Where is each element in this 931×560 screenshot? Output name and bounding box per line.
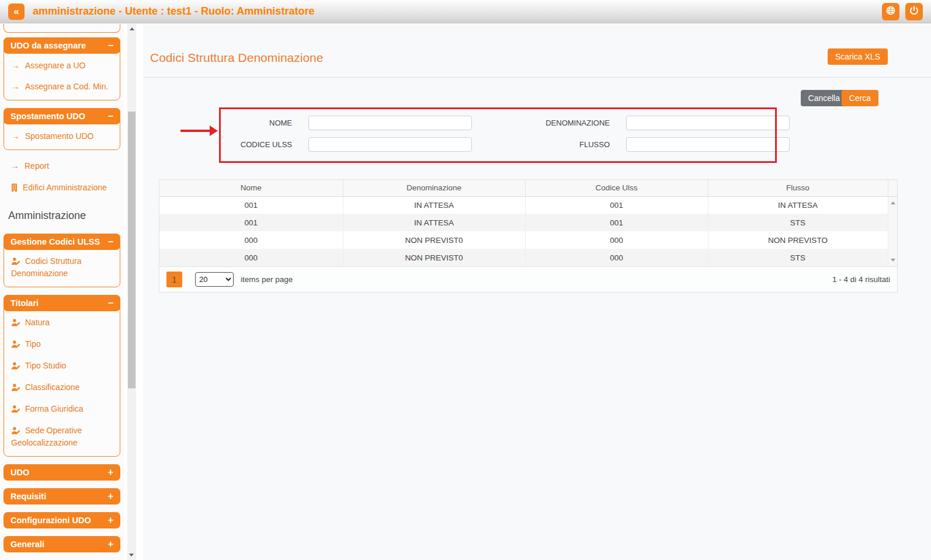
column-header-spacer: [888, 180, 897, 196]
column-header-denominazione[interactable]: Denominazione: [343, 180, 525, 196]
denominazione-label: DENOMINAZIONE: [488, 119, 610, 127]
scroll-up-icon[interactable]: [891, 201, 895, 204]
expand-plus-icon[interactable]: +: [108, 539, 113, 549]
sidebar-item-edifici-amministrazione[interactable]: Edifici Amministrazione: [4, 180, 120, 197]
sidebar-item-natura[interactable]: Natura: [4, 312, 120, 334]
sidebar-section-header-titolari[interactable]: Titolari −: [4, 295, 120, 311]
sidebar-section-header-spostamento-udo[interactable]: Spostamento UDO −: [4, 108, 120, 124]
page-header: Codici Struttura Denominazione Scarica X…: [143, 24, 931, 78]
power-icon: [909, 5, 919, 18]
flusso-input[interactable]: [626, 137, 790, 152]
scroll-down-icon[interactable]: [129, 554, 134, 556]
sidebar: UDO da assegnare − →Assegnare a UO →Asse…: [0, 24, 124, 560]
expand-plus-icon[interactable]: +: [108, 467, 113, 478]
sidebar-section-header-gestione-codici-ulss[interactable]: Gestione Codici ULSS −: [4, 234, 120, 250]
sidebar-section-spostamento-udo: Spostamento UDO − →Spostamento UDO: [4, 108, 120, 150]
sidebar-item-assegnare-a-uo[interactable]: →Assegnare a UO: [4, 55, 120, 76]
cell-codice-ulss: 001: [525, 196, 708, 214]
sidebar-section-generali: Generali +: [4, 536, 120, 552]
sidebar-item-codici-struttura-denominazione[interactable]: Codici Struttura Denominazione: [4, 251, 120, 284]
user-edit-icon: [11, 257, 20, 268]
language-button[interactable]: [882, 3, 899, 20]
section-title: Spostamento UDO: [11, 112, 85, 121]
sidebar-item-spostamento-udo[interactable]: →Spostamento UDO: [4, 126, 120, 147]
cell-flusso: STS: [708, 249, 888, 266]
user-edit-icon: [11, 361, 20, 373]
table-row[interactable]: 001 IN ATTESA 001 STS: [159, 214, 897, 231]
table-scrollbar[interactable]: [888, 197, 897, 266]
section-title: UDO: [11, 468, 29, 477]
building-icon: [11, 183, 18, 194]
sidebar-item-label: Spostamento UDO: [25, 131, 94, 141]
download-xls-button[interactable]: Scarica XLS: [828, 48, 888, 65]
arrow-right-icon: →: [11, 161, 19, 171]
results-table: Nome Denominazione Codice Ulss Flusso 00…: [159, 180, 897, 266]
cell-codice-ulss: 001: [525, 214, 708, 231]
search-toolbar: Cancella Cerca: [143, 78, 931, 107]
sidebar-section-header-generali[interactable]: Generali +: [4, 536, 120, 552]
logout-button[interactable]: [905, 3, 923, 20]
expand-plus-icon[interactable]: +: [108, 491, 113, 502]
sidebar-section-header-udo-da-assegnare[interactable]: UDO da assegnare −: [4, 37, 120, 54]
collapse-minus-icon[interactable]: −: [108, 111, 113, 121]
annotation-arrow-head-icon: [210, 126, 218, 136]
denominazione-input[interactable]: [626, 116, 790, 130]
flusso-label: FLUSSO: [488, 140, 610, 149]
sidebar-item-classificazione[interactable]: Classificazione: [4, 377, 120, 399]
results-grid: Nome Denominazione Codice Ulss Flusso 00…: [159, 179, 898, 293]
column-header-codice-ulss[interactable]: Codice Ulss: [525, 180, 708, 196]
sidebar-item-label: Tipo Studio: [25, 361, 66, 370]
collapse-minus-icon[interactable]: −: [108, 236, 113, 247]
sidebar-item-assegnare-a-cod-min[interactable]: →Assegnare a Cod. Min.: [4, 76, 120, 97]
column-header-flusso[interactable]: Flusso: [708, 180, 888, 196]
sidebar-item-tipo[interactable]: Tipo: [4, 334, 120, 356]
app-title: amministrazione - Utente : test1 - Ruolo…: [33, 5, 876, 18]
column-header-nome[interactable]: Nome: [159, 180, 343, 196]
cell-flusso: NON PREVISTO: [708, 231, 888, 249]
sidebar-heading-amministrazione: Amministrazione: [4, 203, 120, 224]
scrollbar-thumb[interactable]: [128, 112, 136, 388]
sidebar-item-forma-giuridica[interactable]: Forma Giuridica: [4, 399, 120, 420]
table-row[interactable]: 001 IN ATTESA 001 IN ATTESA: [159, 196, 897, 214]
table-row[interactable]: 000 NON PREVIST0 000 NON PREVISTO: [159, 231, 897, 249]
cell-flusso: STS: [708, 214, 888, 231]
sidebar-scrollbar[interactable]: [127, 24, 136, 560]
codice-ulss-input[interactable]: [308, 137, 472, 152]
cell-denominazione: NON PREVIST0: [343, 249, 525, 266]
user-edit-icon: [11, 340, 20, 351]
search-form-zone: NOME DENOMINAZIONE CODICE ULSS FLUSSO: [143, 107, 931, 179]
sidebar-section-header-udo[interactable]: UDO +: [4, 464, 120, 481]
sidebar-item-label: Assegnare a Cod. Min.: [25, 82, 108, 91]
nome-input[interactable]: [308, 116, 472, 130]
table-row[interactable]: 000 NON PREVIST0 000 STS: [159, 249, 897, 266]
sidebar-item-label: Tipo: [25, 339, 41, 349]
collapse-minus-icon[interactable]: −: [108, 298, 113, 308]
page-1-button[interactable]: 1: [166, 272, 182, 287]
sidebar-section-header-configurazioni-udo[interactable]: Configurazioni UDO +: [4, 512, 120, 528]
sidebar-item-report[interactable]: →Report: [4, 158, 120, 174]
user-edit-icon: [11, 426, 20, 437]
page-size-select[interactable]: 20: [195, 272, 234, 287]
sidebar-section-configurazioni-udo: Configurazioni UDO +: [4, 512, 120, 528]
items-per-page-label: items per page: [241, 275, 293, 284]
cell-nome: 001: [159, 214, 343, 231]
search-button[interactable]: Cerca: [842, 90, 878, 106]
sidebar-section-header-requisiti[interactable]: Requisiti +: [4, 488, 120, 505]
user-edit-icon: [11, 383, 20, 394]
arrow-right-icon: →: [11, 131, 20, 141]
results-summary: 1 - 4 di 4 risultati: [832, 275, 890, 284]
sidebar-item-sede-operative-geolocalizzazione[interactable]: Sede Operative Geolocalizzazione: [4, 420, 120, 453]
sidebar-collapse-button[interactable]: «: [8, 4, 25, 20]
scroll-up-icon[interactable]: [130, 27, 134, 30]
sidebar-item-label: Edifici Amministrazione: [23, 183, 107, 192]
cell-nome: 000: [159, 231, 343, 249]
cancel-button[interactable]: Cancella: [801, 90, 847, 106]
sidebar-item-label: Assegnare a UO: [25, 61, 86, 70]
codice-ulss-label: CODICE ULSS: [221, 140, 292, 149]
collapse-minus-icon[interactable]: −: [108, 40, 113, 51]
main-content: Codici Struttura Denominazione Scarica X…: [143, 24, 931, 560]
expand-plus-icon[interactable]: +: [108, 515, 113, 526]
sidebar-section-udo-da-assegnare: UDO da assegnare − →Assegnare a UO →Asse…: [4, 37, 120, 100]
scroll-down-icon[interactable]: [891, 259, 895, 262]
sidebar-item-tipo-studio[interactable]: Tipo Studio: [4, 356, 120, 377]
